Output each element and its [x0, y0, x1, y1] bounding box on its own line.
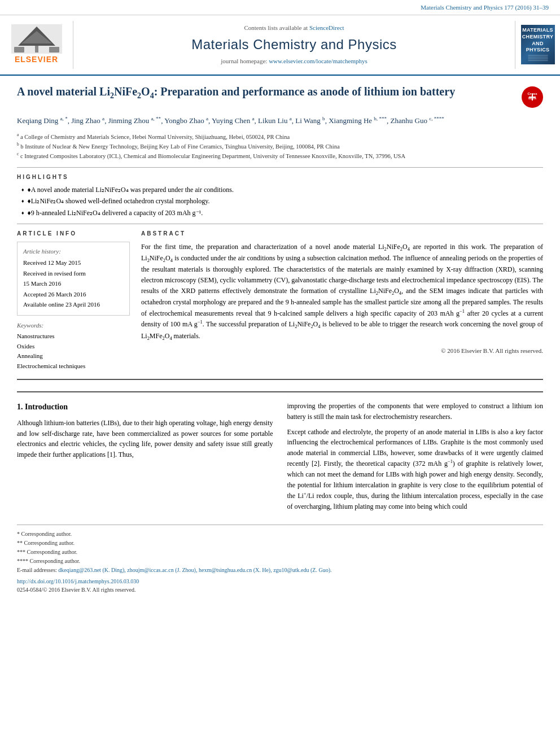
doi-line: http://dx.doi.org/10.1016/j.matchemphys.… [17, 578, 543, 586]
divider-2 [17, 224, 543, 224]
intro-right-para-2: Except cathode and electrolyte, the prop… [287, 427, 544, 512]
article-history-box: Article history: Received 12 May 2015 Re… [17, 242, 130, 316]
affiliations: a a College of Chemistry and Materials S… [17, 132, 543, 161]
abstract-text: For the first time, the preparation and … [141, 242, 543, 342]
intro-right-para-1: improving the properties of the componen… [287, 401, 544, 422]
journal-title: Materials Chemistry and Physics [191, 35, 397, 55]
highlight-item-2: ♦ Li₂NiFe₂O₄ showed well-defined octahed… [21, 196, 543, 206]
keyword-1: Nanostructures [17, 332, 130, 341]
keyword-2: Oxides [17, 342, 130, 351]
crossmark-icon: Cross Mark [523, 88, 541, 106]
paper-title-area: A novel material Li2NiFe2O4: Preparation… [17, 84, 543, 108]
highlight-item-1: ♦ A novel anode material Li₂NiFe₂O₄ was … [21, 185, 543, 195]
keywords-label: Keywords: [17, 321, 130, 330]
journal-cover-icon: MATERIALS CHEMISTRY AND PHYSICS [521, 25, 555, 64]
divider-1 [17, 167, 543, 168]
copyright-line: © 2016 Elsevier B.V. All rights reserved… [141, 347, 543, 356]
article-history-label: Article history: [23, 247, 124, 256]
body-right-col: improving the properties of the componen… [287, 401, 544, 516]
journal-citation: Materials Chemistry and Physics 177 (201… [421, 4, 549, 11]
journal-homepage: journal homepage: www.elsevier.com/locat… [221, 57, 368, 66]
body-two-col: 1. Introduction Although lithium-ion bat… [17, 401, 543, 516]
crossmark-badge[interactable]: Cross Mark [522, 86, 543, 108]
intro-title: 1. Introduction [17, 401, 273, 413]
intro-left-para: Although lithium-ion batteries (LIBs), d… [17, 418, 273, 460]
svg-rect-1 [35, 46, 38, 53]
footnote-3: *** Corresponding author. [17, 548, 543, 557]
sciencedirect-link[interactable]: ScienceDirect [309, 24, 344, 31]
doi-link[interactable]: http://dx.doi.org/10.1016/j.matchemphys.… [17, 578, 139, 584]
footnote-2: ** Corresponding author. [17, 539, 543, 548]
revised-date: 15 March 2016 [23, 279, 124, 289]
affiliation-c: c c Integrated Composites Laboratory (IC… [17, 151, 543, 160]
keyword-4: Electrochemical techniques [17, 362, 130, 371]
abstract-label: ABSTRACT [141, 230, 543, 238]
cover-decoration [524, 54, 552, 62]
journal-icon-area: MATERIALS CHEMISTRY AND PHYSICS [515, 21, 560, 69]
abstract-col: ABSTRACT For the first time, the prepara… [141, 230, 543, 372]
issn-line: 0254-0584/© 2016 Elsevier B.V. All right… [17, 586, 543, 595]
footnote-area: * Corresponding author. ** Corresponding… [17, 525, 543, 575]
email-links[interactable]: dkeqiang@263.net (K. Ding), zhoujm@iccas… [58, 567, 331, 573]
accepted-date: Accepted 26 March 2016 [23, 290, 124, 299]
intro-section: 1. Introduction Although lithium-ion bat… [17, 391, 543, 594]
body-left-col: 1. Introduction Although lithium-ion bat… [17, 401, 273, 516]
online-date: Available online 23 April 2016 [23, 300, 124, 309]
keyword-3: Annealing [17, 352, 130, 361]
footnote-4: **** Corresponding author. [17, 557, 543, 566]
elsevier-tree-icon [11, 24, 62, 54]
highlights-label: HIGHLIGHTS [17, 173, 543, 182]
top-bar: Materials Chemistry and Physics 177 (201… [0, 0, 560, 15]
elsevier-label: ELSEVIER [15, 54, 58, 65]
highlights-list: ♦ A novel anode material Li₂NiFe₂O₄ was … [17, 185, 543, 218]
svg-rect-5 [49, 47, 59, 53]
affiliation-b: b b Institute of Nuclear & New Energy Te… [17, 141, 543, 151]
svg-rect-4 [14, 47, 24, 53]
contents-line: Contents lists available at ScienceDirec… [244, 24, 344, 33]
paper-title-text: A novel material Li2NiFe2O4: Preparation… [17, 84, 522, 102]
journal-center: Contents lists available at ScienceDirec… [73, 21, 515, 69]
article-info-col: ARTICLE INFO Article history: Received 1… [17, 230, 130, 372]
divider-3 [17, 379, 543, 380]
article-info-label: ARTICLE INFO [17, 230, 130, 238]
keywords-list: Nanostructures Oxides Annealing Electroc… [17, 332, 130, 372]
revised-label: Received in revised form [23, 269, 124, 278]
received-date: Received 12 May 2015 [23, 258, 124, 268]
journal-url[interactable]: www.elsevier.com/locate/matchemphys [269, 58, 368, 64]
footnote-1: * Corresponding author. [17, 530, 543, 539]
paper-content: A novel material Li2NiFe2O4: Preparation… [0, 76, 560, 606]
email-footnote: E-mail addresses: dkeqiang@263.net (K. D… [17, 566, 543, 575]
highlight-item-3: ♦ 9 h-annealed Li₂NiFe₂O₄ delivered a ca… [21, 208, 543, 218]
elsevier-logo-area: ELSEVIER [0, 21, 73, 69]
authors: Keqiang Ding a, *, Jing Zhao a, Jinming … [17, 115, 543, 127]
keywords-section: Keywords: Nanostructures Oxides Annealin… [17, 321, 130, 372]
article-info-abstract: ARTICLE INFO Article history: Received 1… [17, 230, 543, 372]
affiliation-a: a a College of Chemistry and Materials S… [17, 132, 543, 141]
journal-header: ELSEVIER Contents lists available at Sci… [0, 15, 560, 76]
